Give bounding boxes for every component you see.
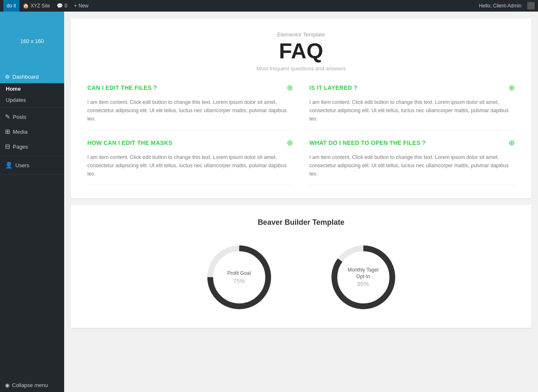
new-label: New [79, 3, 89, 9]
beaver-header: Beaver Builder Template [87, 218, 515, 227]
faq-question-text-2: IS IT LAYERED ? [310, 84, 358, 91]
elementor-template-card: Elementor Template FAQ Most frequent que… [71, 18, 531, 198]
sidebar-divider-2 [0, 156, 64, 156]
faq-title: FAQ [87, 39, 515, 63]
admin-bar: do it 🏠 XYZ Site 💬 0 + New Hello, Client… [0, 0, 538, 12]
posts-label: Posts [13, 114, 26, 120]
faq-question-text-1: CAN I EDIT THE FILES ? [87, 84, 157, 91]
faq-answer-1: I am item content. Click edit button to … [87, 98, 293, 123]
admin-avatar [527, 2, 535, 10]
posts-icon: ✎ [5, 113, 10, 120]
faq-answer-2: I am item content. Click edit button to … [310, 98, 515, 123]
home-label: Home [6, 86, 21, 92]
admin-bar-right: Hello, Client-Admin [476, 2, 535, 10]
media-icon: ⊞ [5, 128, 10, 135]
plus-icon: + [74, 3, 77, 9]
faq-question-1: CAN I EDIT THE FILES ? ⊕ [87, 83, 293, 92]
chart-pct-profit: 75% [227, 278, 251, 284]
collapse-icon: ◉ [5, 382, 10, 388]
sidebar-item-pages[interactable]: ⊟ Pages [0, 139, 64, 154]
faq-item-3: HOW CAN I EDIT THE MASKS ⊕ I am item con… [87, 138, 293, 185]
elementor-subtitle: Elementor Template [87, 31, 515, 38]
chart-title-profit: Profit Goal [227, 270, 251, 277]
faq-description: Most frequent questions and answers [87, 65, 515, 72]
faq-question-text-4: WHAT DO I NEED TO OPEN THE FILES ? [310, 139, 426, 146]
faq-question-3: HOW CAN I EDIT THE MASKS ⊕ [87, 138, 293, 147]
elementor-header: Elementor Template FAQ Most frequent que… [87, 31, 515, 72]
sidebar-item-posts[interactable]: ✎ Posts [0, 109, 64, 124]
faq-toggle-icon-2[interactable]: ⊕ [509, 83, 515, 92]
faq-question-text-3: HOW CAN I EDIT THE MASKS [87, 139, 173, 146]
comments-link[interactable]: 💬 0 [53, 0, 71, 12]
faq-toggle-icon-1[interactable]: ⊕ [287, 83, 293, 92]
site-name: XYZ Site [31, 3, 50, 9]
pages-label: Pages [13, 144, 28, 150]
collapse-menu-item[interactable]: ◉ Collapse menu [0, 378, 64, 392]
faq-toggle-icon-3[interactable]: ⊕ [287, 138, 293, 147]
faq-question-2: IS IT LAYERED ? ⊕ [310, 83, 515, 92]
do-it-button[interactable]: do it [3, 0, 19, 12]
pages-icon: ⊟ [5, 143, 10, 150]
faq-item-1: CAN I EDIT THE FILES ? ⊕ I am item conte… [87, 83, 293, 130]
chart-item-profit: Profit Goal 75% [202, 240, 276, 315]
donut-profit: Profit Goal 75% [202, 240, 276, 315]
chart-item-monthly: Monthly TagetOpt-In 85% [326, 240, 401, 315]
sidebar-item-users[interactable]: 👤 Users [0, 158, 64, 173]
faq-grid: CAN I EDIT THE FILES ? ⊕ I am item conte… [87, 83, 515, 185]
sidebar: 160 x 160 ⚙ Dashboard Home Updates ✎ Pos… [0, 12, 64, 392]
comment-icon: 💬 [57, 3, 63, 9]
new-button[interactable]: + New [71, 0, 92, 12]
do-it-label: do it [7, 3, 16, 9]
faq-answer-4: I am item content. Click edit button to … [310, 153, 515, 178]
beaver-template-card: Beaver Builder Template Profit Goal [71, 205, 531, 328]
sidebar-logo: 160 x 160 [0, 12, 64, 70]
faq-item-4: WHAT DO I NEED TO OPEN THE FILES ? ⊕ I a… [310, 138, 515, 185]
sidebar-sub-updates[interactable]: Updates [0, 94, 64, 106]
faq-toggle-icon-4[interactable]: ⊕ [509, 138, 515, 147]
logo-dimensions: 160 x 160 [20, 38, 44, 44]
users-icon: 👤 [5, 161, 13, 169]
sidebar-sub-home[interactable]: Home [0, 83, 64, 94]
faq-answer-3: I am item content. Click edit button to … [87, 153, 293, 178]
comments-count: 0 [65, 3, 67, 9]
site-link[interactable]: 🏠 XYZ Site [19, 0, 53, 12]
donut-label-profit: Profit Goal 75% [227, 270, 251, 284]
chart-title-monthly: Monthly TagetOpt-In [348, 267, 379, 280]
sidebar-item-dashboard[interactable]: ⚙ Dashboard [0, 70, 64, 83]
content-area: Elementor Template FAQ Most frequent que… [64, 12, 538, 392]
dashboard-icon: ⚙ [5, 74, 10, 80]
greeting-text: Hello, Client-Admin [476, 3, 525, 9]
main-layout: 160 x 160 ⚙ Dashboard Home Updates ✎ Pos… [0, 12, 538, 392]
collapse-label: Collapse menu [12, 382, 48, 388]
media-label: Media [13, 129, 27, 135]
sidebar-item-media[interactable]: ⊞ Media [0, 124, 64, 139]
faq-item-2: IS IT LAYERED ? ⊕ I am item content. Cli… [310, 83, 515, 130]
home-icon: 🏠 [23, 3, 29, 9]
donut-monthly: Monthly TagetOpt-In 85% [326, 240, 401, 315]
chart-pct-monthly: 85% [348, 281, 379, 288]
donut-label-monthly: Monthly TagetOpt-In 85% [348, 267, 379, 288]
sidebar-divider-3 [0, 174, 64, 175]
dashboard-label: Dashboard [12, 74, 39, 80]
sidebar-divider-1 [0, 107, 64, 108]
updates-label: Updates [6, 97, 26, 103]
faq-question-4: WHAT DO I NEED TO OPEN THE FILES ? ⊕ [310, 138, 515, 147]
charts-row: Profit Goal 75% [87, 240, 515, 315]
users-label: Users [15, 162, 29, 168]
